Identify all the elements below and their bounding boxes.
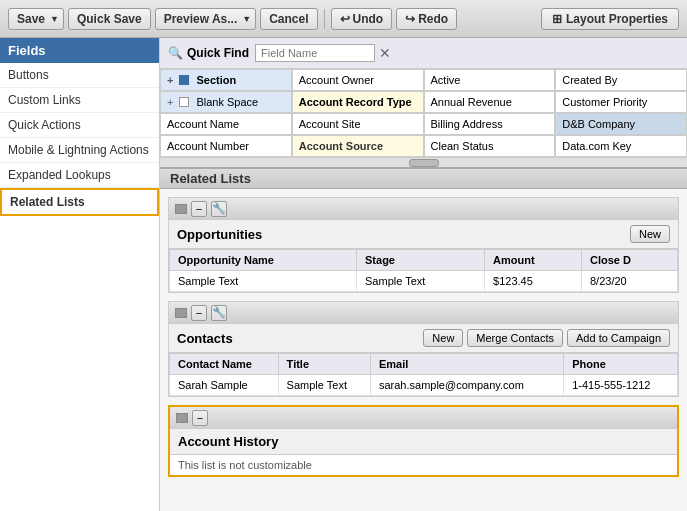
col-email: Email [370, 354, 563, 375]
toolbar-separator [324, 9, 325, 29]
account-history-title: Account History [178, 434, 669, 449]
opportunities-minus-btn[interactable]: − [191, 201, 207, 217]
field-cell-account-owner[interactable]: Account Owner [292, 69, 424, 91]
col-stage: Stage [357, 250, 485, 271]
main-container: Fields Buttons Custom Links Quick Action… [0, 38, 687, 511]
white-square-icon [179, 97, 189, 107]
sidebar-item-quick-actions[interactable]: Quick Actions [0, 113, 159, 138]
col-amount: Amount [485, 250, 582, 271]
sidebar-item-custom-links[interactable]: Custom Links [0, 88, 159, 113]
cancel-button[interactable]: Cancel [260, 8, 317, 30]
contacts-settings-btn[interactable]: 🔧 [211, 305, 227, 321]
field-cell-billing-address[interactable]: Billing Address [424, 113, 556, 135]
col-opportunity-name: Opportunity Name [170, 250, 357, 271]
contact-email-cell: sarah.sample@company.com [370, 375, 563, 396]
field-palette: + Section Account Owner Active Created B… [160, 69, 687, 167]
field-cell-clean-status[interactable]: Clean Status [424, 135, 556, 157]
search-icon: 🔍 [168, 46, 183, 60]
history-drag-handle[interactable] [176, 413, 188, 423]
opportunities-table: Opportunity Name Stage Amount Close D Sa… [169, 249, 678, 292]
content-area: 🔍 Quick Find ✕ + Section Account Owner A… [160, 38, 687, 511]
layout-props-icon: ⊞ [552, 12, 562, 26]
contacts-new-btn[interactable]: New [423, 329, 463, 347]
account-history-note: This list is not customizable [170, 455, 677, 475]
related-list-contacts: − 🔧 Contacts New Merge Contacts Add to C… [168, 301, 679, 397]
field-cell-account-site[interactable]: Account Site [292, 113, 424, 135]
contacts-title: Contacts [177, 331, 419, 346]
field-cell-dnb-company[interactable]: D&B Company [555, 113, 687, 135]
quick-find-input[interactable] [255, 44, 375, 62]
blue-square-icon [179, 75, 189, 85]
sidebar-item-mobile-lightning[interactable]: Mobile & Lightning Actions [0, 138, 159, 163]
layout-properties-button[interactable]: ⊞ Layout Properties [541, 8, 679, 30]
save-dropdown-button[interactable]: Save ▼ [8, 8, 64, 30]
save-label: Save [17, 12, 45, 26]
sidebar-item-expanded-lookups[interactable]: Expanded Lookups [0, 163, 159, 188]
field-cell-datacom-key[interactable]: Data.com Key [555, 135, 687, 157]
contacts-toolbar: − 🔧 [169, 302, 678, 324]
opportunities-title: Opportunities [177, 227, 626, 242]
account-history-header: Account History [170, 429, 677, 455]
field-cell-blank-space[interactable]: + Blank Space [160, 91, 292, 113]
opportunities-new-btn[interactable]: New [630, 225, 670, 243]
col-title: Title [278, 354, 370, 375]
table-row: Sample Text Sample Text $123.45 8/23/20 [170, 271, 678, 292]
quick-find-label: Quick Find [187, 46, 249, 60]
contact-name-cell: Sarah Sample [170, 375, 279, 396]
opp-stage-cell: Sample Text [357, 271, 485, 292]
field-cell-account-record-type[interactable]: Account Record Type [292, 91, 424, 113]
contact-title-cell: Sample Text [278, 375, 370, 396]
contacts-minus-btn[interactable]: − [191, 305, 207, 321]
sidebar-item-related-lists[interactable]: Related Lists [0, 188, 159, 216]
field-palette-scrollbar[interactable] [160, 157, 687, 167]
opp-name-cell: Sample Text [170, 271, 357, 292]
quick-find-bar: 🔍 Quick Find ✕ [160, 38, 687, 69]
field-cell-created-by[interactable]: Created By [555, 69, 687, 91]
redo-button[interactable]: ↪ Redo [396, 8, 457, 30]
opportunities-header: Opportunities New [169, 220, 678, 249]
save-dropdown-arrow: ▼ [50, 14, 59, 24]
account-history-toolbar: − [170, 407, 677, 429]
history-minus-btn[interactable]: − [192, 410, 208, 426]
contacts-add-campaign-btn[interactable]: Add to Campaign [567, 329, 670, 347]
table-row: Sarah Sample Sample Text sarah.sample@co… [170, 375, 678, 396]
field-cell-customer-priority[interactable]: Customer Priority [555, 91, 687, 113]
undo-button[interactable]: ↩ Undo [331, 8, 393, 30]
preview-as-button[interactable]: Preview As... ▼ [155, 8, 257, 30]
related-list-opportunities: − 🔧 Opportunities New Opportunity Name S… [168, 197, 679, 293]
contacts-merge-btn[interactable]: Merge Contacts [467, 329, 563, 347]
plus-icon-2: + [167, 96, 173, 108]
fields-grid: + Section Account Owner Active Created B… [160, 69, 687, 157]
field-cell-account-number[interactable]: Account Number [160, 135, 292, 157]
plus-icon: + [167, 74, 173, 86]
related-lists-header: Related Lists [160, 167, 687, 189]
opp-amount-cell: $123.45 [485, 271, 582, 292]
col-close-date: Close D [581, 250, 677, 271]
field-cell-annual-revenue[interactable]: Annual Revenue [424, 91, 556, 113]
contacts-header: Contacts New Merge Contacts Add to Campa… [169, 324, 678, 353]
contacts-table: Contact Name Title Email Phone Sarah Sam… [169, 353, 678, 396]
col-contact-name: Contact Name [170, 354, 279, 375]
col-phone: Phone [564, 354, 678, 375]
field-cell-section[interactable]: + Section [160, 69, 292, 91]
quick-save-button[interactable]: Quick Save [68, 8, 151, 30]
quick-find-clear-icon[interactable]: ✕ [379, 45, 391, 61]
toolbar: Save ▼ Quick Save Preview As... ▼ Cancel… [0, 0, 687, 38]
drag-handle[interactable] [175, 204, 187, 214]
preview-dropdown-arrow: ▼ [242, 14, 251, 24]
field-cell-account-name[interactable]: Account Name [160, 113, 292, 135]
scrollbar-thumb [409, 159, 439, 167]
undo-icon: ↩ [340, 12, 350, 26]
field-cell-active[interactable]: Active [424, 69, 556, 91]
opp-close-cell: 8/23/20 [581, 271, 677, 292]
field-cell-account-source[interactable]: Account Source [292, 135, 424, 157]
sidebar-item-buttons[interactable]: Buttons [0, 63, 159, 88]
contact-phone-cell: 1-415-555-1212 [564, 375, 678, 396]
redo-icon: ↪ [405, 12, 415, 26]
sidebar: Fields Buttons Custom Links Quick Action… [0, 38, 160, 511]
contacts-drag-handle[interactable] [175, 308, 187, 318]
sidebar-header: Fields [0, 38, 159, 63]
related-list-account-history: − Account History This list is not custo… [168, 405, 679, 477]
opportunities-settings-btn[interactable]: 🔧 [211, 201, 227, 217]
opportunities-toolbar: − 🔧 [169, 198, 678, 220]
